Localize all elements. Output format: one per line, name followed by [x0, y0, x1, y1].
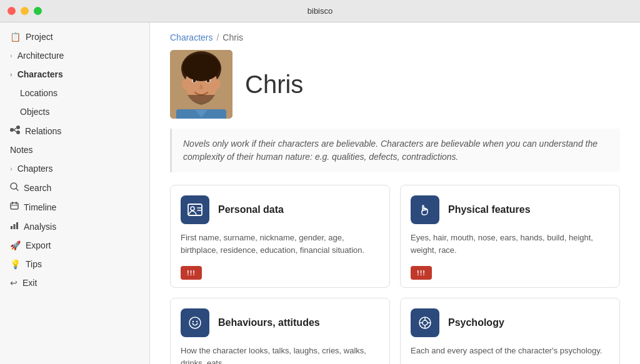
character-name-block: Chris: [245, 71, 303, 99]
card-personal-data[interactable]: Personal data First name, surname, nickn…: [170, 185, 390, 288]
card-physical-features-body: Eyes, hair, mouth, nose, ears, hands, bu…: [401, 232, 619, 261]
character-avatar[interactable]: [170, 50, 232, 119]
sidebar-item-project[interactable]: 📋 Project: [0, 27, 149, 46]
main-content: Characters / Chris: [150, 22, 640, 364]
sidebar-item-timeline[interactable]: Timeline: [0, 197, 149, 217]
svg-rect-25: [188, 204, 202, 215]
svg-rect-12: [14, 224, 16, 229]
architecture-arrow-icon: ›: [10, 52, 12, 59]
card-behaviours-body: How the character looks, talks, laughs, …: [171, 345, 389, 364]
sidebar-item-chapters-label: Chapters: [18, 164, 53, 174]
svg-point-2: [16, 130, 20, 134]
behaviours-icon: [181, 308, 209, 337]
sidebar-item-architecture-label: Architecture: [18, 51, 64, 61]
svg-point-30: [192, 321, 194, 322]
exit-icon: ↩: [10, 278, 18, 288]
sidebar-item-analysis-label: Analysis: [24, 222, 56, 232]
sidebar-item-timeline-label: Timeline: [24, 202, 56, 212]
breadcrumb-characters-link[interactable]: Characters: [170, 32, 212, 42]
card-physical-features-footer: !!!: [401, 261, 619, 287]
svg-point-18: [214, 79, 221, 89]
personal-data-icon: [181, 195, 209, 224]
minimize-button[interactable]: [21, 7, 29, 15]
card-physical-features-title: Physical features: [448, 204, 531, 215]
svg-point-17: [182, 79, 188, 89]
breadcrumb-separator: /: [216, 32, 219, 42]
sidebar-item-locations-label: Locations: [20, 88, 58, 98]
card-personal-data-body: First name, surname, nickname, gender, a…: [171, 232, 389, 261]
svg-point-26: [191, 207, 194, 210]
svg-line-4: [14, 130, 16, 132]
sidebar-item-locations[interactable]: Locations: [0, 84, 149, 102]
avatar-image: [170, 50, 232, 119]
sidebar: 📋 Project › Architecture › Characters Lo…: [0, 22, 150, 364]
sidebar-item-objects[interactable]: Objects: [0, 102, 149, 121]
svg-point-29: [189, 317, 201, 328]
card-physical-features-badge: !!!: [411, 266, 432, 280]
card-personal-data-title: Personal data: [218, 204, 284, 215]
sidebar-item-architecture[interactable]: › Architecture: [0, 46, 149, 65]
card-behaviours-header: Behaviours, attitudes: [171, 298, 389, 345]
analysis-icon: [10, 221, 19, 232]
card-behaviours-body-text: How the character looks, talks, laughs, …: [181, 346, 366, 364]
character-header: Chris: [150, 42, 640, 129]
window-controls: [8, 7, 42, 15]
card-psychology-body-text: Each and every aspect of the character's…: [411, 346, 602, 355]
sidebar-item-chapters[interactable]: › Chapters: [0, 159, 149, 178]
card-physical-features[interactable]: Physical features Eyes, hair, mouth, nos…: [400, 185, 620, 288]
sidebar-item-characters-label: Characters: [18, 69, 63, 79]
export-icon: 🚀: [10, 240, 21, 250]
psychology-icon: [411, 308, 439, 337]
relations-icon: [10, 125, 20, 136]
card-personal-data-badge: !!!: [181, 266, 202, 280]
sidebar-item-objects-label: Objects: [20, 107, 49, 117]
sidebar-item-tips-label: Tips: [26, 259, 42, 269]
timeline-icon: [10, 202, 19, 212]
svg-rect-13: [16, 222, 18, 229]
sidebar-item-characters[interactable]: › Characters: [0, 65, 149, 84]
card-behaviours-title: Behaviours, attitudes: [218, 317, 320, 328]
svg-point-33: [422, 320, 428, 325]
card-psychology-body: Each and every aspect of the character's…: [401, 345, 619, 362]
breadcrumb: Characters / Chris: [150, 22, 640, 42]
chapters-arrow-icon: ›: [10, 165, 12, 172]
sidebar-item-analysis[interactable]: Analysis: [0, 217, 149, 236]
sidebar-item-export[interactable]: 🚀 Export: [0, 236, 149, 255]
sidebar-item-relations-label: Relations: [25, 126, 61, 136]
close-button[interactable]: [8, 7, 16, 15]
character-name: Chris: [245, 71, 303, 99]
sidebar-item-exit-label: Exit: [22, 278, 37, 288]
sidebar-item-relations[interactable]: Relations: [0, 121, 149, 140]
quote-block: Novels only work if their characters are…: [170, 129, 620, 172]
svg-point-0: [10, 128, 14, 132]
breadcrumb-current-page: Chris: [222, 32, 243, 42]
sidebar-item-tips[interactable]: 💡 Tips: [0, 255, 149, 273]
sidebar-item-notes[interactable]: Notes: [0, 140, 149, 159]
search-icon: [10, 182, 19, 193]
card-personal-data-body-text: First name, surname, nickname, gender, a…: [181, 233, 364, 255]
app-body: 📋 Project › Architecture › Characters Lo…: [0, 22, 640, 364]
maximize-button[interactable]: [34, 7, 42, 15]
svg-line-6: [16, 189, 18, 190]
sidebar-item-search[interactable]: Search: [0, 178, 149, 197]
quote-text: Novels only work if their characters are…: [183, 139, 598, 162]
tips-icon: 💡: [10, 259, 21, 269]
card-psychology-title: Psychology: [448, 317, 504, 328]
card-personal-data-footer: !!!: [171, 261, 389, 287]
sidebar-item-search-label: Search: [24, 183, 51, 193]
svg-point-23: [182, 54, 220, 81]
title-bar: bibisco: [0, 0, 640, 22]
sidebar-item-project-label: Project: [26, 32, 53, 42]
sidebar-item-exit[interactable]: ↩ Exit: [0, 273, 149, 292]
card-psychology[interactable]: Psychology Each and every aspect of the …: [400, 298, 620, 364]
card-physical-features-body-text: Eyes, hair, mouth, nose, ears, hands, bu…: [411, 233, 593, 255]
svg-point-31: [196, 321, 198, 322]
svg-point-1: [16, 125, 20, 129]
physical-features-icon: [411, 195, 439, 224]
card-behaviours[interactable]: Behaviours, attitudes How the character …: [170, 298, 390, 364]
sidebar-item-notes-label: Notes: [10, 145, 33, 155]
sidebar-item-export-label: Export: [26, 240, 51, 250]
characters-arrow-icon: ›: [10, 71, 12, 78]
svg-rect-11: [11, 226, 12, 229]
cards-grid: Personal data First name, surname, nickn…: [170, 185, 620, 364]
